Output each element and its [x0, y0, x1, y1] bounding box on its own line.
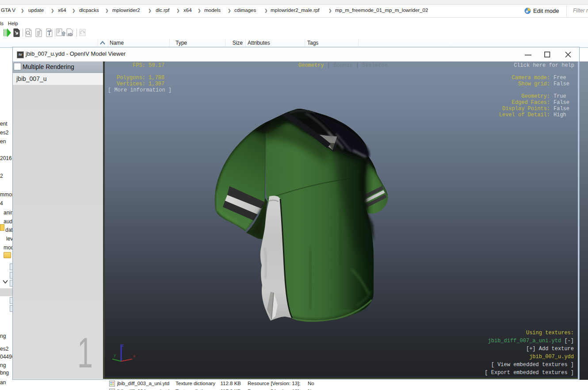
svg-text:y: y	[114, 353, 116, 358]
svg-text:x: x	[133, 354, 135, 359]
svg-text:z: z	[122, 344, 124, 348]
